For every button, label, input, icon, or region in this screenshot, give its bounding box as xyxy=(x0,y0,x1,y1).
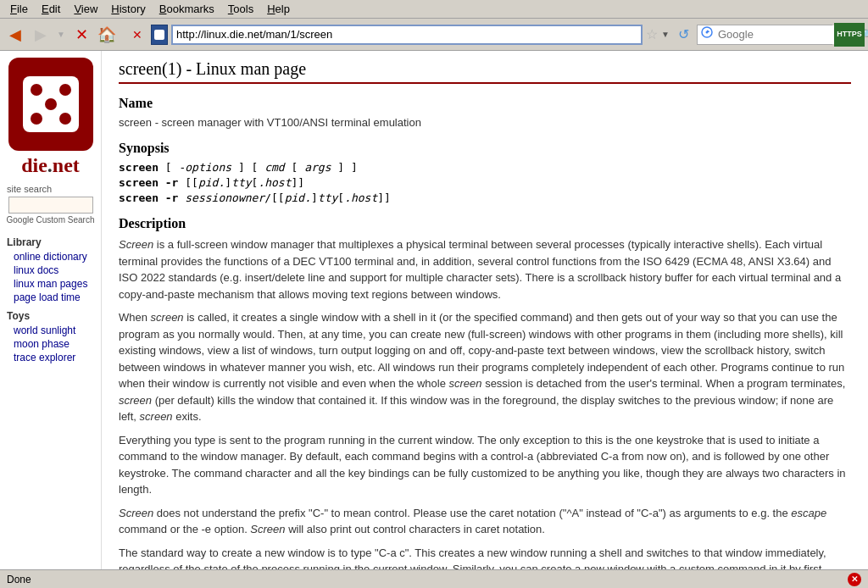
sidebar: die.net site search Google Custom Search… xyxy=(0,51,102,569)
stop-x-icon: ✕ xyxy=(132,28,142,42)
description-para-3: Everything you type is sent to the progr… xyxy=(119,432,851,498)
svg-point-7 xyxy=(31,113,42,125)
toolbar: ◀ ▶ ▼ ✕ 🏠 ✕ ☆ ▼ ↺ 🔍 xyxy=(0,19,868,51)
bookmark-star-icon[interactable]: ☆ xyxy=(646,26,658,42)
die-text-part: die xyxy=(21,154,47,176)
synopsis-line-2: screen -r [[pid.]tty[.host]] xyxy=(119,176,851,189)
favicon-inner xyxy=(154,30,164,40)
synopsis-line-3: screen -r sessionowner/[[pid.]tty[.host]… xyxy=(119,191,851,204)
reload-icon: ↺ xyxy=(678,26,689,42)
stop-icon: ✕ xyxy=(75,25,88,44)
description-para-2: When screen is called, it creates a sing… xyxy=(119,309,851,425)
status-text: Done xyxy=(7,574,31,585)
site-search-label: site search xyxy=(0,184,52,194)
back-icon: ◀ xyxy=(9,25,21,44)
synopsis-line-1: screen [ -options ] [ cmd [ args ] ] xyxy=(119,161,851,174)
description-para-5: The standard way to create a new window … xyxy=(119,545,851,570)
menubar: File Edit View History Bookmarks Tools H… xyxy=(0,0,868,19)
menu-view[interactable]: View xyxy=(67,1,104,17)
svg-point-5 xyxy=(59,84,71,96)
status-icon: ✕ xyxy=(848,573,861,586)
synopsis-heading: Synopsis xyxy=(119,141,851,156)
forward-icon: ▶ xyxy=(35,25,47,44)
name-description: screen - screen manager with VT100/ANSI … xyxy=(119,116,851,129)
svg-point-6 xyxy=(45,98,57,110)
sidebar-link-page-load-time[interactable]: page load time xyxy=(0,291,81,303)
net-text-part: net xyxy=(53,154,80,176)
stop-button[interactable]: ✕ xyxy=(70,23,93,47)
die-net-logo xyxy=(8,58,93,151)
menu-tools[interactable]: Tools xyxy=(221,1,260,17)
forward-dropdown-button[interactable]: ▼ xyxy=(54,23,68,47)
menu-file[interactable]: File xyxy=(3,1,35,17)
main-layout: die.net site search Google Custom Search… xyxy=(0,51,868,569)
site-search-input[interactable] xyxy=(8,197,93,214)
menu-help[interactable]: Help xyxy=(260,1,297,17)
home-icon: 🏠 xyxy=(97,25,116,44)
toys-section-title: Toys xyxy=(0,310,30,322)
reload-button[interactable]: ↺ xyxy=(671,23,695,47)
svg-point-1 xyxy=(706,31,709,34)
sidebar-link-world-sunlight[interactable]: world sunlight xyxy=(0,325,75,336)
name-heading: Name xyxy=(119,96,851,111)
name-desc-text: screen - screen manager with VT100/ANSI … xyxy=(119,116,421,129)
home-button[interactable]: 🏠 xyxy=(95,23,119,47)
google-logo xyxy=(698,26,718,42)
die-graphic xyxy=(13,66,89,142)
https-text: HTTPS xyxy=(837,31,862,38)
sidebar-link-linux-docs[interactable]: linux docs xyxy=(0,264,58,276)
menu-history[interactable]: History xyxy=(104,1,152,17)
menu-edit[interactable]: Edit xyxy=(35,1,67,17)
back-button[interactable]: ◀ xyxy=(3,23,27,47)
url-bar-container: ☆ ▼ xyxy=(151,25,670,45)
google-search-bar: 🔍 xyxy=(697,25,832,45)
description-para-1: Screen is a full-screen window manager t… xyxy=(119,236,851,302)
url-favicon xyxy=(151,25,168,45)
statusbar: Done ✕ xyxy=(0,569,868,588)
svg-point-4 xyxy=(31,84,42,96)
https-badge[interactable]: HTTPS xyxy=(834,23,865,47)
forward-button[interactable]: ▶ xyxy=(29,23,53,47)
sidebar-link-linux-man-pages[interactable]: linux man pages xyxy=(0,278,87,290)
svg-point-8 xyxy=(59,113,71,125)
url-dropdown-icon[interactable]: ▼ xyxy=(661,30,670,39)
description-heading: Description xyxy=(119,216,851,231)
google-icon xyxy=(701,26,715,40)
forward-dropdown-icon: ▼ xyxy=(57,30,65,39)
site-name[interactable]: die.net xyxy=(21,154,80,177)
status-icon-symbol: ✕ xyxy=(851,574,858,584)
menu-bookmarks[interactable]: Bookmarks xyxy=(153,1,221,17)
url-input[interactable] xyxy=(171,25,643,45)
page-title: screen(1) - Linux man page xyxy=(119,59,851,84)
google-custom-search-label: Google Custom Search xyxy=(7,215,95,225)
description-para-4: Screen does not understand the prefix "C… xyxy=(119,505,851,538)
sidebar-link-trace-explorer[interactable]: trace explorer xyxy=(0,352,75,363)
content-area[interactable]: screen(1) - Linux man page Name screen -… xyxy=(102,51,868,569)
sidebar-link-online-dictionary[interactable]: online dictionary xyxy=(0,251,87,263)
sidebar-link-moon-phase[interactable]: moon phase xyxy=(0,338,70,350)
stop-x-button[interactable]: ✕ xyxy=(125,23,149,47)
library-section-title: Library xyxy=(0,236,42,248)
